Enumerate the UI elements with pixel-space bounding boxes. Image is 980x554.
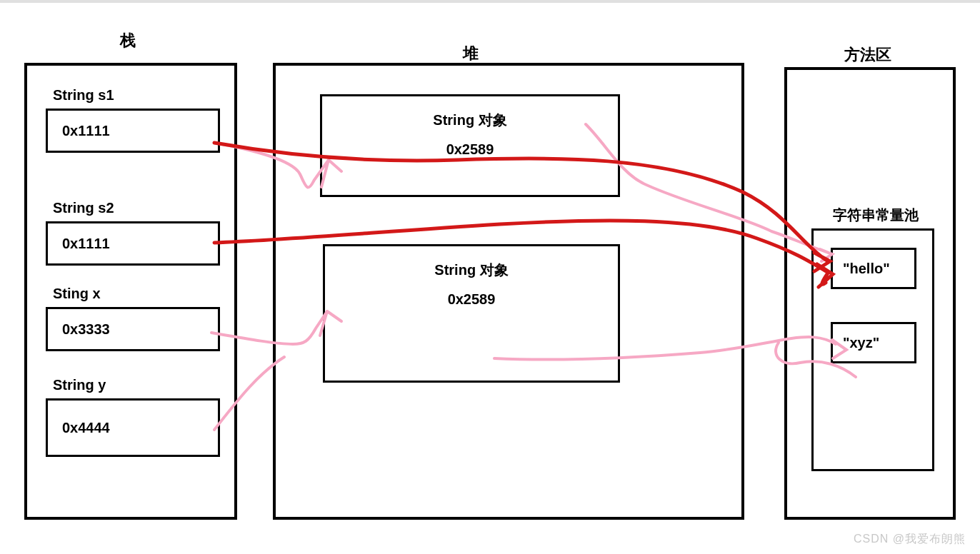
pool-item-hello: "hello" bbox=[831, 248, 916, 289]
stack-x-value: 0x3333 bbox=[62, 321, 110, 338]
stack-s1-label: String s1 bbox=[53, 87, 114, 104]
stack-s1-value: 0x1111 bbox=[62, 123, 110, 139]
stack-x-label: Sting x bbox=[53, 286, 101, 302]
string-pool-box: "hello" "xyz" bbox=[811, 228, 934, 471]
stack-s2-label: String s2 bbox=[53, 200, 114, 216]
pool-item-hello-text: "hello" bbox=[843, 261, 890, 277]
stack-s1-box: 0x1111 bbox=[46, 109, 220, 153]
stack-title: 栈 bbox=[120, 30, 136, 51]
stack-y-label: String y bbox=[53, 377, 106, 393]
heap-region: String 对象 0x2589 String 对象 0x2589 bbox=[273, 63, 744, 520]
method-area-title: 方法区 bbox=[844, 44, 891, 66]
diagram-canvas: { "titles":{ "stack":"栈", "heap":"堆", "m… bbox=[0, 0, 980, 554]
stack-y-value: 0x4444 bbox=[62, 420, 110, 436]
heap-object-2: String 对象 0x2589 bbox=[323, 244, 620, 383]
pool-item-xyz-text: "xyz" bbox=[843, 335, 879, 351]
string-pool-title: 字符串常量池 bbox=[833, 206, 919, 225]
pool-item-xyz: "xyz" bbox=[831, 322, 916, 363]
stack-s2-box: 0x1111 bbox=[46, 221, 220, 266]
heap-object-1: String 对象 0x2589 bbox=[320, 94, 620, 197]
watermark-text: CSDN @我爱布朗熊 bbox=[854, 532, 966, 547]
method-area-region: 字符串常量池 "hello" "xyz" bbox=[784, 67, 956, 520]
stack-x-box: 0x3333 bbox=[46, 307, 220, 351]
heap-object-1-addr: 0x2589 bbox=[322, 141, 618, 158]
heap-title: 堆 bbox=[463, 43, 479, 64]
stack-region: String s1 0x1111 String s2 0x1111 Sting … bbox=[24, 63, 237, 520]
heap-object-2-addr: 0x2589 bbox=[325, 291, 618, 308]
stack-y-box: 0x4444 bbox=[46, 398, 220, 457]
stack-s2-value: 0x1111 bbox=[62, 236, 110, 252]
heap-object-2-title: String 对象 bbox=[325, 261, 618, 280]
heap-object-1-title: String 对象 bbox=[322, 111, 618, 130]
